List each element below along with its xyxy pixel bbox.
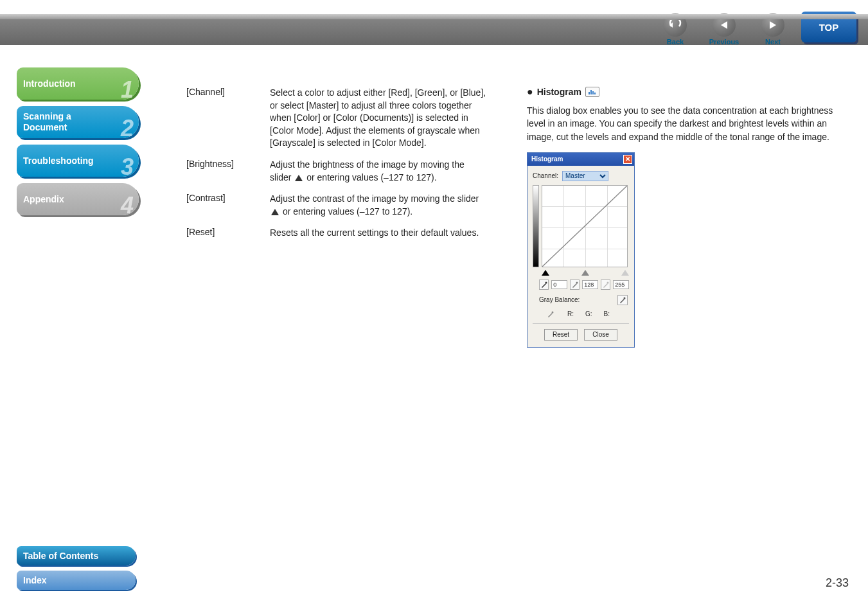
svg-point-7 <box>607 281 608 283</box>
index-label: Index <box>23 575 47 585</box>
tab-label: Troubleshooting <box>23 155 94 166</box>
setting-label: [Contrast] <box>186 193 270 218</box>
tab-label: Appendix <box>23 194 64 205</box>
svg-rect-3 <box>594 93 596 94</box>
dialog-body: Channel: Master <box>527 166 634 347</box>
setting-desc: Select a color to adjust either [Red], [… <box>270 87 488 150</box>
histogram-heading-text: Histogram <box>537 87 581 97</box>
setting-brightness: [Brightness] Adjust the brightness of th… <box>186 159 488 184</box>
nav-previous-label: Previous <box>709 38 739 46</box>
toc-label: Table of Contents <box>23 551 98 561</box>
top-bar-highlight <box>0 14 868 19</box>
reset-button[interactable]: Reset <box>544 329 578 341</box>
tab-number: 3 <box>121 153 134 181</box>
eyedropper-rgb-icon <box>545 309 556 319</box>
tab-label: Introduction <box>23 78 76 89</box>
b-label: B: <box>604 310 610 317</box>
gray-balance-label: Gray Balance: <box>539 296 580 303</box>
channel-row: Channel: Master <box>533 171 629 181</box>
r-label: R: <box>567 310 574 317</box>
g-label: G: <box>585 310 592 317</box>
close-button-label: Close <box>592 331 609 338</box>
tab-label: Scanning a Document <box>23 111 71 133</box>
mid-value[interactable]: 128 <box>582 280 598 289</box>
gray-balance-row: Gray Balance: <box>533 295 629 305</box>
tab-introduction[interactable]: Introduction 1 <box>17 67 139 100</box>
nav-next-label: Next <box>765 38 781 46</box>
histogram-grid-area <box>533 185 629 269</box>
top-button-label: TOP <box>819 22 839 33</box>
gradient-bar <box>533 185 539 267</box>
tab-troubleshooting[interactable]: Troubleshooting 3 <box>17 145 139 177</box>
table-of-contents-button[interactable]: Table of Contents <box>17 546 136 565</box>
slider-triangle-icon <box>271 209 279 215</box>
dialog-title: Histogram <box>531 155 563 163</box>
settings-descriptions: [Channel] Select a color to adjust eithe… <box>186 87 488 249</box>
slider-triangle-icon <box>295 175 303 181</box>
eyedropper-mid-icon[interactable] <box>570 280 580 290</box>
svg-point-8 <box>624 297 626 299</box>
histogram-grid[interactable] <box>542 185 628 267</box>
page-number: 2-33 <box>826 576 849 590</box>
tab-number: 2 <box>121 114 134 142</box>
eyedropper-black-icon[interactable] <box>539 280 549 290</box>
setting-label: [Reset] <box>186 227 270 240</box>
black-value[interactable]: 0 <box>551 280 567 289</box>
svg-line-4 <box>542 186 627 267</box>
top-bar: Back Previous Next TOP <box>0 14 868 45</box>
eyedropper-gray-icon[interactable] <box>617 295 628 305</box>
setting-label: [Brightness] <box>186 159 270 184</box>
setting-reset: [Reset] Resets all the current settings … <box>186 227 488 240</box>
tab-scanning-document[interactable]: Scanning a Document 2 <box>17 106 139 138</box>
svg-rect-2 <box>592 91 594 94</box>
svg-point-5 <box>545 281 547 283</box>
histogram-dialog: Histogram ✕ Channel: Master <box>527 152 635 348</box>
svg-point-6 <box>576 281 578 283</box>
nav-back-label: Back <box>667 38 684 46</box>
eyedropper-white-icon[interactable] <box>601 280 610 290</box>
setting-desc: Adjust the brightness of the image by mo… <box>270 159 488 184</box>
bottom-nav: Table of Contents Index <box>17 546 136 590</box>
svg-rect-0 <box>589 92 590 94</box>
setting-label: [Channel] <box>186 87 270 150</box>
rgb-row: R: G: B: <box>533 309 629 319</box>
close-icon[interactable]: ✕ <box>623 155 632 164</box>
setting-desc-pre: Adjust the contrast of the image by movi… <box>270 193 479 204</box>
channel-select[interactable]: Master <box>562 171 608 181</box>
channel-label: Channel: <box>533 172 558 179</box>
reset-button-label: Reset <box>553 331 569 338</box>
dialog-button-row: Reset Close <box>533 329 629 341</box>
close-button[interactable]: Close <box>584 329 617 341</box>
mid-point-slider[interactable] <box>581 270 589 276</box>
histogram-paragraph: This dialog box enables you to see the d… <box>527 104 848 143</box>
black-point-slider[interactable] <box>542 270 549 276</box>
tab-appendix[interactable]: Appendix 4 <box>17 183 139 215</box>
chapter-nav: Introduction 1 Scanning a Document 2 Tro… <box>17 67 139 215</box>
svg-point-9 <box>552 311 554 313</box>
histogram-section: ● Histogram This dialog box enables you … <box>527 86 848 348</box>
histogram-heading: ● Histogram <box>527 86 848 98</box>
setting-desc-post: or entering values (–127 to 127). <box>306 172 436 182</box>
slider-row <box>533 269 629 278</box>
setting-channel: [Channel] Select a color to adjust eithe… <box>186 87 488 150</box>
setting-desc: Adjust the contrast of the image by movi… <box>270 193 488 218</box>
setting-desc: Resets all the current settings to their… <box>270 227 488 240</box>
tab-number: 1 <box>121 76 134 103</box>
tone-curve-line <box>542 186 627 267</box>
svg-rect-1 <box>590 90 592 94</box>
white-value[interactable]: 255 <box>613 280 629 289</box>
setting-desc-post: or entering values (–127 to 127). <box>283 206 412 217</box>
histogram-icon <box>585 87 599 97</box>
eyedropper-row: 0 128 255 <box>533 280 629 290</box>
bullet-icon: ● <box>527 86 533 98</box>
dialog-titlebar[interactable]: Histogram ✕ <box>527 153 634 166</box>
index-button[interactable]: Index <box>17 571 136 590</box>
tab-number: 4 <box>121 191 134 219</box>
setting-contrast: [Contrast] Adjust the contrast of the im… <box>186 193 488 218</box>
white-point-slider[interactable] <box>621 270 629 276</box>
dialog-separator <box>533 323 629 324</box>
